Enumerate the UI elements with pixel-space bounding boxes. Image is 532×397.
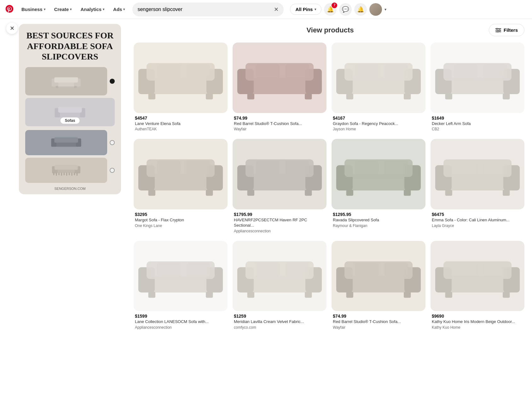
product-info: $3295 Margot Sofa - Flax Crypton One Kin… bbox=[134, 209, 228, 230]
svg-rect-97 bbox=[503, 190, 510, 196]
sofas-tag: Sofas bbox=[61, 117, 80, 124]
pinterest-logo[interactable] bbox=[5, 4, 14, 14]
product-card[interactable]: $6475 Emma Sofa - Color: Cali Linen Alum… bbox=[431, 139, 524, 235]
svg-rect-57 bbox=[404, 94, 411, 99]
product-card[interactable]: $1599 Lane Collection LANESOCM Sofa with… bbox=[134, 241, 228, 332]
product-image bbox=[431, 139, 524, 209]
svg-rect-113 bbox=[305, 292, 312, 298]
view-products-title: View products bbox=[171, 26, 489, 34]
svg-rect-96 bbox=[445, 190, 452, 196]
product-card[interactable]: $9690 Kathy Kuo Home Iris Modern Beige O… bbox=[431, 241, 524, 332]
chevron-down-icon: ▾ bbox=[315, 8, 316, 11]
svg-rect-102 bbox=[157, 263, 181, 277]
product-info: $1795.99 HAVENRF2PCSECTCM Haven RF 2PC S… bbox=[233, 209, 327, 236]
svg-rect-89 bbox=[404, 190, 411, 196]
svg-rect-119 bbox=[385, 263, 408, 277]
product-card[interactable]: $4167 Graydon Sofa - Regency Peacock... … bbox=[332, 43, 425, 134]
svg-rect-88 bbox=[346, 190, 353, 196]
products-header: View products Filters bbox=[134, 24, 524, 36]
nav-create[interactable]: Create ▾ bbox=[50, 4, 76, 14]
product-store: Raymour & Flanigan bbox=[333, 224, 424, 228]
product-name: Lane Collection LANESOCM Sofa with... bbox=[135, 319, 226, 325]
svg-rect-23 bbox=[66, 173, 67, 176]
product-name: Meridian Lavilla Cream Velvet Fabric... bbox=[234, 319, 325, 325]
product-info: $1599 Lane Collection LANESOCM Sofa with… bbox=[134, 311, 228, 332]
product-card[interactable]: $1795.99 HAVENRF2PCSECTCM Haven RF 2PC S… bbox=[233, 139, 327, 235]
product-card[interactable]: $74.99 Red Barrel Studio® T-Cushion Sofa… bbox=[332, 241, 425, 332]
svg-rect-129 bbox=[503, 292, 510, 298]
hotspot-dot-3 bbox=[110, 168, 115, 173]
svg-rect-86 bbox=[355, 161, 379, 175]
product-store: Appliancesconnection bbox=[135, 325, 226, 330]
product-price: $74.99 bbox=[333, 314, 424, 319]
product-price: $6475 bbox=[432, 212, 523, 217]
nav-icon-group: 🔔 7 💬 🔔 ▾ bbox=[324, 3, 386, 16]
product-card[interactable]: $1295.95 Ravada Slipcovered Sofa Raymour… bbox=[332, 139, 425, 235]
product-price: $74.99 bbox=[234, 116, 325, 121]
close-button[interactable]: ✕ bbox=[6, 23, 18, 34]
nav-business[interactable]: Business ▾ bbox=[18, 4, 49, 14]
messages-button[interactable]: 💬 bbox=[339, 3, 352, 16]
svg-rect-25 bbox=[71, 173, 72, 176]
svg-rect-62 bbox=[454, 64, 478, 78]
top-navigation: Business ▾ Create ▾ Analytics ▾ Ads ▾ ✕ … bbox=[0, 0, 532, 19]
nav-ads[interactable]: Ads ▾ bbox=[109, 4, 129, 14]
svg-rect-38 bbox=[157, 64, 181, 78]
svg-rect-121 bbox=[404, 292, 411, 298]
hotspot-dot bbox=[110, 79, 115, 84]
product-store: Jayson Home bbox=[333, 127, 424, 131]
all-pins-dropdown[interactable]: All Pins ▾ bbox=[290, 4, 321, 15]
product-image bbox=[134, 241, 228, 311]
svg-point-33 bbox=[497, 31, 498, 32]
svg-rect-71 bbox=[187, 161, 210, 175]
svg-rect-40 bbox=[148, 94, 155, 99]
product-name: Red Barrel Studio® T-Cushion Sofa... bbox=[333, 319, 424, 325]
product-info: $6475 Emma Sofa - Color: Cali Linen Alum… bbox=[431, 209, 524, 230]
product-image bbox=[134, 43, 228, 113]
svg-rect-48 bbox=[247, 94, 254, 99]
product-store: Kathy Kuo Home bbox=[432, 325, 523, 330]
user-avatar[interactable] bbox=[369, 3, 382, 16]
svg-rect-13 bbox=[54, 138, 78, 143]
product-name: Lane Venture Elena Sofa bbox=[135, 121, 226, 127]
product-price: $1599 bbox=[135, 314, 226, 319]
product-name: Ravada Slipcovered Sofa bbox=[333, 218, 424, 223]
svg-rect-24 bbox=[69, 173, 70, 175]
product-image bbox=[332, 139, 425, 209]
svg-rect-126 bbox=[454, 263, 478, 277]
product-info: $1295.95 Ravada Slipcovered Sofa Raymour… bbox=[332, 209, 425, 230]
svg-rect-105 bbox=[206, 292, 213, 298]
filters-button[interactable]: Filters bbox=[489, 24, 524, 36]
nav-analytics[interactable]: Analytics ▾ bbox=[77, 4, 108, 14]
product-card[interactable]: $3295 Margot Sofa - Flax Crypton One Kin… bbox=[134, 139, 228, 235]
svg-rect-120 bbox=[346, 292, 353, 298]
product-card[interactable]: $1649 Decker Left Arm Sofa CB2 bbox=[431, 43, 524, 134]
product-price: $4547 bbox=[135, 116, 226, 121]
notifications-button[interactable]: 🔔 7 bbox=[324, 3, 337, 16]
product-image bbox=[431, 43, 524, 113]
search-input[interactable] bbox=[137, 7, 274, 12]
account-chevron-icon[interactable]: ▾ bbox=[385, 7, 386, 12]
svg-rect-54 bbox=[355, 64, 379, 78]
product-store: Wayfair bbox=[333, 325, 424, 330]
hotspot-dot-2 bbox=[110, 140, 115, 145]
product-store: Layla Grayce bbox=[432, 224, 523, 228]
product-name: Red Barrel Studio® T-Cushion Sofa... bbox=[234, 121, 325, 127]
product-price: $4167 bbox=[333, 116, 424, 121]
updates-button[interactable]: 🔔 bbox=[354, 3, 367, 16]
svg-rect-70 bbox=[157, 161, 181, 175]
svg-rect-78 bbox=[256, 161, 280, 175]
chevron-down-icon: ▾ bbox=[70, 8, 72, 11]
chevron-down-icon: ▾ bbox=[44, 8, 45, 11]
product-name: Emma Sofa - Color: Cali Linen Aluminum..… bbox=[432, 218, 523, 223]
product-card[interactable]: $74.99 Red Barrel Studio® T-Cushion Sofa… bbox=[233, 43, 327, 134]
pin-footer: SENGERSON.COM bbox=[19, 187, 121, 190]
product-card[interactable]: $1259 Meridian Lavilla Cream Velvet Fabr… bbox=[233, 241, 327, 332]
svg-rect-27 bbox=[77, 173, 78, 176]
svg-rect-103 bbox=[187, 263, 210, 277]
product-card[interactable]: $4547 Lane Venture Elena Sofa AuthenTEAK bbox=[134, 43, 228, 134]
svg-rect-104 bbox=[148, 292, 155, 298]
svg-rect-21 bbox=[61, 173, 62, 176]
svg-rect-94 bbox=[454, 161, 478, 175]
clear-search-icon[interactable]: ✕ bbox=[274, 6, 279, 13]
